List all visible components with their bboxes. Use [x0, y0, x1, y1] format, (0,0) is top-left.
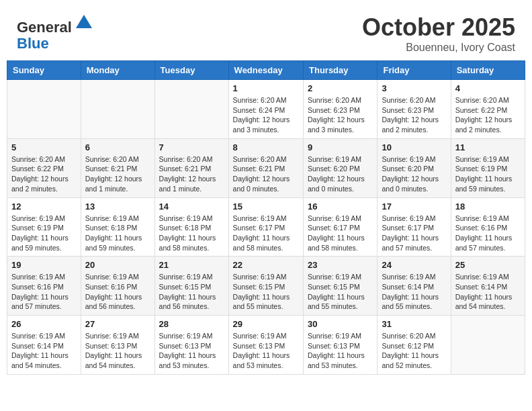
- day-info: Sunrise: 6:19 AMSunset: 6:18 PMDaylight:…: [159, 214, 224, 253]
- day-info: Sunrise: 6:20 AMSunset: 6:23 PMDaylight:…: [308, 95, 373, 135]
- weekday-header: Tuesday: [154, 61, 228, 80]
- calendar-cell: 30Sunrise: 6:19 AMSunset: 6:13 PMDayligh…: [304, 316, 378, 375]
- calendar-cell: 18Sunrise: 6:19 AMSunset: 6:16 PMDayligh…: [451, 197, 525, 257]
- page-header: General Blue October 2025 Bouenneu, Ivor…: [7, 7, 525, 57]
- day-info: Sunrise: 6:19 AMSunset: 6:13 PMDaylight:…: [308, 331, 373, 371]
- calendar-cell: 26Sunrise: 6:19 AMSunset: 6:14 PMDayligh…: [7, 316, 81, 375]
- day-info: Sunrise: 6:20 AMSunset: 6:22 PMDaylight:…: [11, 154, 77, 194]
- day-info: Sunrise: 6:19 AMSunset: 6:18 PMDaylight:…: [85, 214, 150, 253]
- month-title: October 2025: [362, 13, 515, 42]
- calendar-week-row: 19Sunrise: 6:19 AMSunset: 6:16 PMDayligh…: [7, 257, 525, 316]
- day-number: 24: [382, 260, 446, 270]
- calendar-cell: 29Sunrise: 6:19 AMSunset: 6:13 PMDayligh…: [228, 316, 303, 375]
- weekday-header: Thursday: [304, 61, 378, 80]
- calendar-table: SundayMondayTuesdayWednesdayThursdayFrid…: [7, 60, 525, 375]
- calendar-cell: [81, 80, 154, 139]
- day-number: 4: [455, 83, 521, 93]
- day-info: Sunrise: 6:19 AMSunset: 6:15 PMDaylight:…: [159, 272, 224, 312]
- logo: General Blue: [17, 13, 93, 52]
- day-info: Sunrise: 6:19 AMSunset: 6:20 PMDaylight:…: [308, 154, 373, 194]
- day-number: 20: [85, 260, 150, 270]
- calendar-cell: 8Sunrise: 6:20 AMSunset: 6:21 PMDaylight…: [228, 138, 303, 197]
- day-info: Sunrise: 6:20 AMSunset: 6:23 PMDaylight:…: [382, 95, 446, 135]
- calendar-cell: 1Sunrise: 6:20 AMSunset: 6:24 PMDaylight…: [228, 80, 303, 139]
- day-number: 9: [308, 142, 373, 152]
- calendar-cell: 3Sunrise: 6:20 AMSunset: 6:23 PMDaylight…: [378, 80, 451, 139]
- svg-marker-0: [76, 15, 92, 28]
- calendar-cell: 7Sunrise: 6:20 AMSunset: 6:21 PMDaylight…: [154, 138, 228, 197]
- day-info: Sunrise: 6:19 AMSunset: 6:17 PMDaylight:…: [382, 214, 446, 253]
- calendar-cell: [154, 80, 228, 139]
- day-number: 14: [159, 201, 224, 212]
- calendar-week-row: 5Sunrise: 6:20 AMSunset: 6:22 PMDaylight…: [7, 138, 525, 197]
- calendar-cell: 5Sunrise: 6:20 AMSunset: 6:22 PMDaylight…: [7, 138, 81, 197]
- day-number: 18: [455, 201, 521, 212]
- day-info: Sunrise: 6:19 AMSunset: 6:16 PMDaylight:…: [455, 214, 521, 253]
- day-info: Sunrise: 6:19 AMSunset: 6:14 PMDaylight:…: [11, 331, 77, 371]
- day-info: Sunrise: 6:20 AMSunset: 6:21 PMDaylight:…: [159, 154, 224, 194]
- day-info: Sunrise: 6:20 AMSunset: 6:21 PMDaylight:…: [233, 154, 299, 194]
- day-number: 25: [455, 260, 521, 270]
- day-info: Sunrise: 6:19 AMSunset: 6:19 PMDaylight:…: [11, 214, 77, 253]
- location: Bouenneu, Ivory Coast: [362, 42, 515, 54]
- day-info: Sunrise: 6:19 AMSunset: 6:15 PMDaylight:…: [308, 272, 373, 312]
- calendar-cell: 15Sunrise: 6:19 AMSunset: 6:17 PMDayligh…: [228, 197, 303, 257]
- day-info: Sunrise: 6:20 AMSunset: 6:24 PMDaylight:…: [233, 95, 299, 135]
- day-number: 3: [382, 83, 446, 93]
- weekday-header: Sunday: [7, 61, 81, 80]
- day-number: 22: [233, 260, 299, 270]
- calendar-cell: 20Sunrise: 6:19 AMSunset: 6:16 PMDayligh…: [81, 257, 154, 316]
- calendar-cell: 19Sunrise: 6:19 AMSunset: 6:16 PMDayligh…: [7, 257, 81, 316]
- day-number: 30: [308, 319, 373, 329]
- calendar-cell: 21Sunrise: 6:19 AMSunset: 6:15 PMDayligh…: [154, 257, 228, 316]
- day-info: Sunrise: 6:19 AMSunset: 6:20 PMDaylight:…: [382, 154, 446, 194]
- day-info: Sunrise: 6:19 AMSunset: 6:13 PMDaylight:…: [85, 331, 150, 371]
- day-number: 8: [233, 142, 299, 152]
- calendar-cell: 12Sunrise: 6:19 AMSunset: 6:19 PMDayligh…: [7, 197, 81, 257]
- day-number: 1: [233, 83, 299, 93]
- calendar-cell: 13Sunrise: 6:19 AMSunset: 6:18 PMDayligh…: [81, 197, 154, 257]
- weekday-header: Friday: [378, 61, 451, 80]
- day-number: 10: [382, 142, 446, 152]
- day-info: Sunrise: 6:19 AMSunset: 6:13 PMDaylight:…: [159, 331, 224, 371]
- calendar-cell: 9Sunrise: 6:19 AMSunset: 6:20 PMDaylight…: [304, 138, 378, 197]
- calendar-cell: 10Sunrise: 6:19 AMSunset: 6:20 PMDayligh…: [378, 138, 451, 197]
- calendar-cell: [451, 316, 525, 375]
- calendar-cell: 27Sunrise: 6:19 AMSunset: 6:13 PMDayligh…: [81, 316, 154, 375]
- logo-general-text: General: [17, 19, 72, 36]
- calendar-cell: 2Sunrise: 6:20 AMSunset: 6:23 PMDaylight…: [304, 80, 378, 139]
- weekday-header: Wednesday: [228, 61, 303, 80]
- day-number: 31: [382, 319, 446, 329]
- calendar-cell: 6Sunrise: 6:20 AMSunset: 6:21 PMDaylight…: [81, 138, 154, 197]
- day-info: Sunrise: 6:19 AMSunset: 6:14 PMDaylight:…: [455, 272, 521, 312]
- day-number: 11: [455, 142, 521, 152]
- day-info: Sunrise: 6:19 AMSunset: 6:14 PMDaylight:…: [382, 272, 446, 312]
- calendar-cell: 25Sunrise: 6:19 AMSunset: 6:14 PMDayligh…: [451, 257, 525, 316]
- day-number: 6: [85, 142, 150, 152]
- day-info: Sunrise: 6:19 AMSunset: 6:15 PMDaylight:…: [233, 272, 299, 312]
- day-number: 15: [233, 201, 299, 212]
- day-info: Sunrise: 6:20 AMSunset: 6:22 PMDaylight:…: [455, 95, 521, 135]
- day-number: 16: [308, 201, 373, 212]
- weekday-header: Saturday: [451, 61, 525, 80]
- day-info: Sunrise: 6:19 AMSunset: 6:13 PMDaylight:…: [233, 331, 299, 371]
- calendar-cell: 17Sunrise: 6:19 AMSunset: 6:17 PMDayligh…: [378, 197, 451, 257]
- day-number: 17: [382, 201, 446, 212]
- logo-icon: [75, 13, 93, 32]
- day-number: 27: [85, 319, 150, 329]
- day-number: 12: [11, 201, 77, 212]
- day-number: 23: [308, 260, 373, 270]
- day-info: Sunrise: 6:19 AMSunset: 6:19 PMDaylight:…: [455, 154, 521, 194]
- day-number: 29: [233, 319, 299, 329]
- calendar-cell: [7, 80, 81, 139]
- day-number: 2: [308, 83, 373, 93]
- calendar-cell: 24Sunrise: 6:19 AMSunset: 6:14 PMDayligh…: [378, 257, 451, 316]
- day-number: 21: [159, 260, 224, 270]
- day-info: Sunrise: 6:20 AMSunset: 6:12 PMDaylight:…: [382, 331, 446, 371]
- day-info: Sunrise: 6:20 AMSunset: 6:21 PMDaylight:…: [85, 154, 150, 194]
- title-block: October 2025 Bouenneu, Ivory Coast: [362, 13, 515, 54]
- day-number: 5: [11, 142, 77, 152]
- logo-blue-text: Blue: [17, 35, 49, 52]
- day-number: 13: [85, 201, 150, 212]
- calendar-cell: 31Sunrise: 6:20 AMSunset: 6:12 PMDayligh…: [378, 316, 451, 375]
